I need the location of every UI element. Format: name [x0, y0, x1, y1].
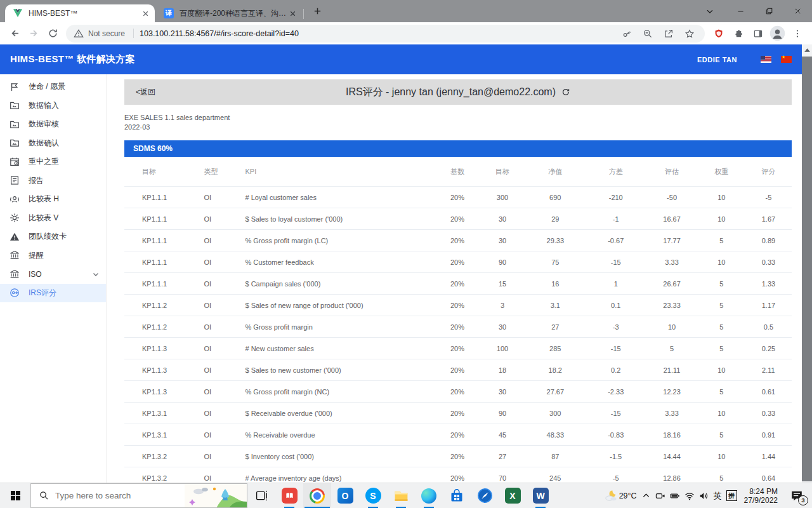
taskbar-app-explorer[interactable]	[387, 483, 415, 508]
task-view-button[interactable]	[247, 483, 275, 508]
browser-menu-kebab-icon[interactable]	[787, 23, 807, 43]
compass-icon	[477, 488, 493, 504]
sidebar-item-mission[interactable]: 使命 / 愿景	[0, 77, 106, 97]
sidebar-item-data-input[interactable]: 数据输入	[0, 97, 106, 116]
sidebar-item-label: 重中之重	[29, 156, 59, 167]
tab-title: 百度翻译-200种语言互译、沟通全	[180, 8, 287, 19]
column-header: 净值	[525, 157, 586, 187]
tab-search-chevron-icon[interactable]	[697, 0, 723, 22]
sidebar-item-irs-score[interactable]: IRS评分	[0, 284, 106, 303]
table-cell: 0.2	[586, 359, 646, 381]
table-cell: 20%	[435, 187, 480, 208]
tab-hims-best[interactable]: HIMS-BEST™	[5, 4, 155, 22]
start-button[interactable]	[0, 483, 30, 508]
sidebar-item-label: ISO	[29, 270, 42, 279]
taskbar-clock[interactable]: 8:24 PM 27/9/2022	[744, 487, 778, 505]
taskbar-app-edge[interactable]	[415, 483, 443, 508]
table-cell: KP1.3.2	[124, 446, 186, 467]
taskbar-app-store[interactable]	[443, 483, 471, 508]
table-cell: 10	[698, 208, 745, 230]
page-scrollbar[interactable]	[802, 44, 812, 483]
table-cell: 29	[525, 208, 586, 230]
close-button[interactable]	[783, 0, 812, 22]
tray-chevron-up-icon[interactable]	[641, 491, 651, 500]
back-icon[interactable]	[5, 24, 24, 43]
address-bar[interactable]: Not secure 103.100.211.58:4567/#/irs-sco…	[66, 25, 705, 43]
sidebar-item-priority[interactable]: 重中之重	[0, 152, 106, 171]
not-secure-warning-icon[interactable]	[74, 29, 84, 38]
sidebar-item-compare-h[interactable]: 比较表 H	[0, 190, 106, 209]
sidebar-item-reminder[interactable]: 提醒	[0, 246, 106, 265]
sidebar-item-data-review[interactable]: 数据审核	[0, 115, 106, 134]
share-icon[interactable]	[661, 26, 676, 41]
minimize-button[interactable]	[726, 0, 755, 22]
security-label[interactable]: Not secure	[88, 29, 125, 38]
adblock-extension-icon[interactable]	[709, 23, 728, 43]
chinese-flag-icon[interactable]	[781, 56, 792, 63]
taskbar-search[interactable]	[30, 483, 247, 508]
table-cell: 300	[525, 403, 586, 424]
tab-close-icon[interactable]	[287, 8, 298, 19]
back-link[interactable]: <返回	[136, 87, 155, 98]
refresh-icon[interactable]	[43, 24, 62, 43]
table-cell: 3	[480, 295, 525, 316]
taskbar-app-chrome[interactable]	[303, 483, 331, 508]
scrollbar-thumb[interactable]	[802, 57, 812, 481]
taskbar-apps: OSXW	[275, 483, 554, 508]
tab-close-icon[interactable]	[140, 8, 151, 19]
bookmark-star-icon[interactable]	[682, 26, 697, 41]
sidebar-item-report[interactable]: 报告	[0, 171, 106, 190]
volume-icon[interactable]	[699, 491, 709, 501]
sidebar-item-iso[interactable]: ISO	[0, 265, 106, 284]
tab-baidu-translate[interactable]: 译 百度翻译-200种语言互译、沟通全	[155, 4, 302, 22]
table-cell: $ Campaign sales ('000)	[227, 273, 435, 295]
table-cell: 30	[480, 230, 525, 251]
extensions-puzzle-icon[interactable]	[728, 23, 748, 43]
url-text[interactable]: 103.100.211.58:4567/#/irs-score-detail?i…	[140, 29, 613, 38]
taskbar-app-compass[interactable]	[471, 483, 499, 508]
scrollbar-up-arrow-icon[interactable]	[802, 44, 812, 55]
password-key-icon[interactable]	[619, 26, 634, 41]
table-cell: % Gross profit margin (NC)	[227, 381, 435, 403]
meet-now-icon[interactable]	[655, 491, 665, 501]
table-cell: KP1.3.1	[124, 424, 186, 446]
zoom-out-icon[interactable]	[640, 26, 655, 41]
table-cell: KP1.1.2	[124, 295, 186, 316]
notification-center-button[interactable]: 3	[785, 483, 809, 508]
ime-pinyin-indicator[interactable]: 拼	[726, 490, 737, 501]
table-row: KP1.3.2OI# Average inventory age (days)2…	[124, 467, 792, 483]
table-cell: 87	[525, 446, 586, 467]
sidebar-item-compare-v[interactable]: 比较表 V	[0, 209, 106, 228]
wifi-icon[interactable]	[684, 491, 695, 501]
table-cell: # Average inventory age (days)	[227, 467, 435, 483]
ime-language-indicator[interactable]: 英	[714, 490, 722, 502]
side-panel-icon[interactable]	[748, 23, 768, 43]
new-tab-button[interactable]	[309, 3, 325, 19]
weather-widget[interactable]: 29°C	[604, 489, 637, 503]
tab-separator	[303, 9, 304, 19]
screen: HIMS-BEST™ 译 百度翻译-200种语言互译、沟通全	[0, 0, 812, 508]
taskbar-app-excel[interactable]: X	[499, 483, 527, 508]
search-weather-illustration[interactable]	[185, 484, 247, 507]
profile-avatar[interactable]	[768, 23, 787, 43]
sidebar-item-data-confirm[interactable]: 数据确认	[0, 134, 106, 153]
reload-data-icon[interactable]	[561, 88, 570, 97]
battery-icon[interactable]	[670, 491, 680, 501]
current-user-label[interactable]: EDDIE TAN	[697, 56, 737, 64]
forward-icon[interactable]	[24, 24, 43, 43]
omnibox-divider	[133, 29, 134, 38]
table-cell: 5	[698, 381, 745, 403]
taskbar-app-skype[interactable]: S	[359, 483, 387, 508]
restore-button[interactable]	[755, 0, 783, 22]
sidebar-item-label: 数据确认	[29, 138, 59, 149]
sidebar-item-team-scorecard[interactable]: 团队绩效卡	[0, 227, 106, 246]
taskbar-app-book[interactable]	[275, 483, 303, 508]
taskbar-app-outlook[interactable]: O	[331, 483, 359, 508]
report-icon	[10, 175, 20, 185]
taskbar-app-word[interactable]: W	[527, 483, 554, 508]
system-tray: 29°C 英 拼 8:24 PM 27/9/2022	[554, 483, 812, 508]
english-flag-icon[interactable]	[761, 56, 771, 63]
table-row: KP1.1.1OI% Customer feedback20%9075-153.…	[124, 251, 792, 273]
table-cell: 20%	[435, 424, 480, 446]
book-icon	[282, 488, 298, 504]
